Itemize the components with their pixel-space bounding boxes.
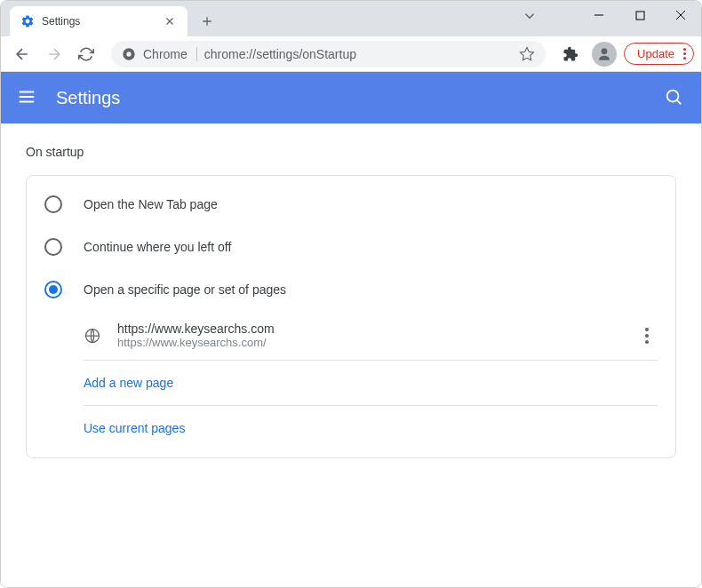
page-entry-url: https://www.keysearchs.com/ [117,336,636,349]
browser-tab[interactable]: Settings [10,6,187,36]
option-new-tab[interactable]: Open the New Tab page [27,183,675,226]
svg-rect-0 [636,12,644,20]
settings-gear-icon [20,14,35,28]
hamburger-menu-icon[interactable] [17,87,38,108]
maximize-button[interactable] [619,1,660,29]
option-specific-pages[interactable]: Open a specific page or set of pages [27,268,675,311]
omnibox-url: chrome://settings/onStartup [204,47,512,61]
section-title: On startup [26,145,676,159]
use-current-pages-link[interactable]: Use current pages [84,421,185,435]
option-label: Open the New Tab page [84,197,218,211]
new-tab-button[interactable] [195,9,219,34]
startup-options-card: Open the New Tab page Continue where you… [26,175,676,458]
option-label: Continue where you left off [84,240,231,254]
option-label: Open a specific page or set of pages [84,282,286,297]
radio-icon [44,195,62,213]
tab-title: Settings [42,15,163,28]
back-button[interactable] [8,40,36,68]
option-continue[interactable]: Continue where you left off [27,226,675,268]
radio-checked-icon [44,281,62,298]
menu-dots-icon [683,48,686,60]
settings-content: On startup Open the New Tab page Continu… [1,123,701,587]
svg-point-4 [667,91,679,102]
address-bar[interactable]: Chrome chrome://settings/onStartup [111,41,546,68]
tab-search-icon[interactable] [522,8,538,24]
page-title: Settings [56,88,664,108]
minimize-button[interactable] [578,1,619,29]
close-tab-icon[interactable] [163,14,177,28]
profile-avatar[interactable] [592,42,617,67]
chrome-icon [122,47,136,61]
search-icon[interactable] [664,87,685,108]
extensions-icon[interactable] [556,40,585,68]
svg-point-3 [602,48,608,54]
reload-button[interactable] [72,40,100,68]
svg-point-2 [126,52,131,56]
settings-header: Settings [1,72,701,123]
startup-page-row: https://www.keysearchs.com https://www.k… [84,311,658,361]
add-page-link[interactable]: Add a new page [84,376,173,390]
close-window-button[interactable] [660,1,701,29]
title-bar: Settings [1,1,701,36]
update-label: Update [637,47,674,60]
more-options-icon[interactable] [636,328,658,344]
radio-icon [44,238,62,256]
update-button[interactable]: Update [624,43,694,65]
page-entry-title: https://www.keysearchs.com [117,322,636,336]
globe-icon [84,327,101,345]
omnibox-label: Chrome [143,47,197,61]
bookmark-star-icon[interactable] [519,46,535,62]
forward-button[interactable] [40,40,68,68]
browser-toolbar: Chrome chrome://settings/onStartup Updat… [1,36,701,72]
